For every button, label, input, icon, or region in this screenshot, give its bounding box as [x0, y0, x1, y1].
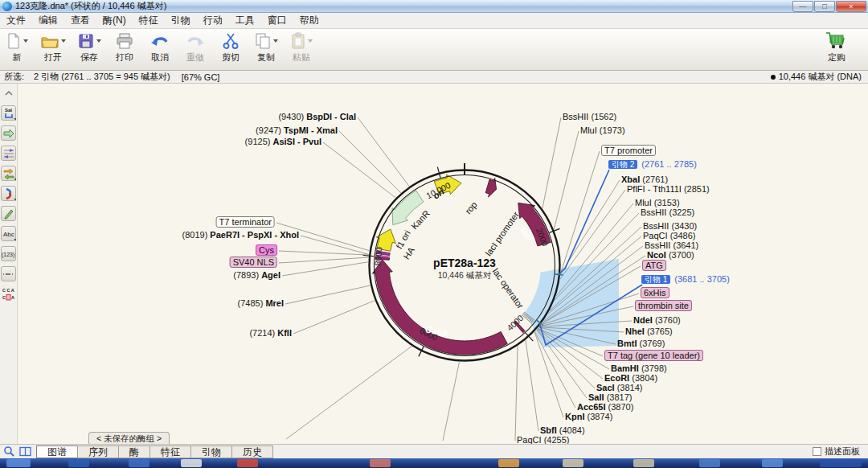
cut-site-BssHII-3641[interactable]: BssHII (3641) [645, 240, 698, 250]
feature-tag-T7-promoter[interactable]: T7 promoter [601, 146, 656, 155]
tool-show-features[interactable] [1, 125, 16, 141]
cut-site-BssHII-3430[interactable]: BssHII (3430) [643, 221, 697, 231]
feature-tag-label[interactable]: SV40 NLS [230, 257, 277, 268]
print-button[interactable]: 打印 [113, 31, 137, 64]
feature-tag-T7-terminator[interactable]: T7 terminator [216, 217, 275, 227]
cut-site-PaqCI-4255[interactable]: PaqCI (4255) [517, 435, 569, 444]
tool-annotate[interactable] [1, 206, 16, 221]
taskbar-app-icon[interactable] [563, 459, 583, 467]
cut-site-TspMIXmaI-9247[interactable]: (9247) TspMI - XmaI [256, 125, 338, 135]
open-button[interactable]: 打开 [40, 31, 66, 64]
cut-site-KpnI-3874[interactable]: KpnI (3874) [565, 412, 612, 421]
tab-features[interactable]: 特征 [149, 445, 191, 458]
cut-site-BssHII-3225[interactable]: BssHII (3225) [641, 207, 694, 217]
tab-history[interactable]: 历史 [231, 445, 273, 458]
cut-site-BamHI-3798[interactable]: BamHI (3798) [611, 363, 667, 373]
order-button[interactable]: 定购 [825, 31, 849, 64]
taskbar-app-icon[interactable] [370, 459, 391, 467]
feature-tag-Cys[interactable]: Cys [256, 245, 277, 255]
cut-site-SacI-3814[interactable]: SacI (3814) [596, 383, 643, 392]
taskbar-app-icon[interactable] [820, 459, 862, 467]
cut-site-EcoRI-3804[interactable]: EcoRI (3804) [604, 373, 657, 383]
taskbar-app-icon[interactable] [68, 459, 89, 467]
primer-badge[interactable]: 引物 1 [641, 275, 670, 284]
cut-site-SbfI-4084[interactable]: SbfI (4084) [540, 425, 585, 435]
feature-tag-6xHis[interactable]: 6xHis [641, 288, 669, 298]
close-button[interactable]: × [836, 1, 866, 12]
menu-tools[interactable]: 工具 [229, 12, 261, 29]
cut-site-NheI-3765[interactable]: NheI (3765) [625, 326, 673, 336]
tab-sequence[interactable]: 序列 [77, 445, 119, 458]
cut-site-PaqCI-3486[interactable]: PaqCI (3486) [643, 231, 695, 240]
copy-button[interactable]: 复制 [254, 31, 278, 64]
tool-alignment[interactable]: C C ACA [1, 286, 16, 302]
save-button[interactable]: 保存 [77, 31, 101, 64]
cut-site-Acc65I-3870[interactable]: Acc65I (3870) [577, 402, 633, 412]
cut-site-XbaI-2761[interactable]: XbaI (2761) [621, 174, 668, 184]
feature-tag-label[interactable]: T7 promoter [601, 145, 656, 156]
feature-tag-label[interactable]: T7 terminator [216, 216, 275, 228]
cut-site-MreI-7485[interactable]: (7485) MreI [238, 298, 284, 308]
feature-tag-ATG[interactable]: ATG [642, 261, 666, 270]
tool-enzyme-sites[interactable]: Sal [1, 105, 16, 121]
tool-show-primers[interactable] [1, 146, 16, 161]
menu-primers[interactable]: 引物 [165, 12, 197, 29]
taskbar-app-icon[interactable] [181, 459, 202, 467]
menu-file[interactable]: 文件 [0, 12, 32, 29]
cut-site-BmtI-3769[interactable]: BmtI (3769) [617, 339, 665, 348]
primer-label-1[interactable]: 引物 2(2761 .. 2785) [608, 159, 697, 170]
taskbar-app-icon[interactable] [129, 459, 149, 467]
taskbar-app-icon[interactable] [237, 459, 258, 467]
menu-window[interactable]: 窗口 [261, 12, 293, 29]
tool-labels-abc[interactable]: Abc [1, 226, 16, 241]
feature-tag-T7-tag-gene-10-leader-[interactable]: T7 tag (gene 10 leader) [604, 351, 703, 360]
taskbar-app-icon[interactable] [6, 459, 31, 467]
feature-tag-thrombin-site[interactable]: thrombin site [635, 301, 692, 310]
enzyme-set-tab[interactable]: < 未保存的酶组 > [88, 432, 170, 444]
taskbar-app-icon[interactable] [699, 459, 720, 467]
feature-tag-label[interactable]: ATG [642, 260, 666, 271]
cut-site-MluI-1973[interactable]: MluI (1973) [580, 125, 625, 135]
tool-translations[interactable] [1, 166, 16, 181]
tab-map[interactable]: 图谱 [36, 445, 78, 458]
windows-taskbar[interactable] [0, 458, 868, 468]
tab-enzymes[interactable]: 酶 [118, 445, 150, 458]
new-button[interactable]: 新 [5, 31, 29, 64]
cut-site-NdeI-3760[interactable]: NdeI (3760) [633, 315, 681, 325]
cut-site-AgeI-7893[interactable]: (7893) AgeI [233, 270, 280, 280]
primer-label-2[interactable]: 引物 1(3681 .. 3705) [641, 274, 730, 285]
feature-tag-label[interactable]: thrombin site [635, 300, 692, 311]
primer-badge[interactable]: 引物 2 [608, 160, 637, 169]
menu-view[interactable]: 查看 [64, 12, 96, 29]
menu-enzymes[interactable]: 酶(N) [96, 12, 133, 29]
feature-tag-label[interactable]: 6xHis [641, 287, 669, 298]
undo-button[interactable]: 取消 [148, 31, 172, 64]
feature-tag-label[interactable]: Cys [256, 244, 277, 256]
cut-site-MluI-3153[interactable]: MluI (3153) [635, 198, 680, 207]
cut-site-KflI-7214[interactable]: (7214) KflI [249, 328, 292, 338]
cut-site-PflFITth111I-2851[interactable]: PflFI - Tth111I (2851) [627, 184, 710, 194]
cut-site-BspDIClaI-9430[interactable]: (9430) BspDI - ClaI [278, 112, 356, 121]
menu-help[interactable]: 帮助 [293, 12, 326, 29]
taskbar-app-icon[interactable] [762, 459, 783, 467]
feature-tag-SV40-NLS[interactable]: SV40 NLS [230, 257, 277, 267]
plasmid-map-canvas[interactable]: 200040006000800010,000roplacI promoterla… [0, 84, 868, 444]
tool-numbering[interactable]: (123) [1, 246, 16, 261]
menu-features[interactable]: 特征 [133, 12, 165, 29]
tab-primers[interactable]: 引物 [190, 445, 232, 458]
cut-site-PaeR7IPspXIXhoI-8019[interactable]: (8019) PaeR7I - PspXI - XhoI [182, 230, 300, 240]
menu-edit[interactable]: 编辑 [32, 12, 64, 29]
description-panel-checkbox[interactable] [813, 447, 821, 456]
maximize-button[interactable]: □ [814, 1, 835, 12]
taskbar-app-icon[interactable] [498, 459, 519, 467]
cut-site-BssHII-1562[interactable]: BssHII (1562) [563, 112, 616, 121]
tool-collapse[interactable] [1, 85, 16, 101]
cut-site-SalI-3817[interactable]: SalI (3817) [588, 392, 632, 402]
tool-orf-display[interactable] [1, 186, 16, 201]
cut-site-AsiSIPvuI-9125[interactable]: (9125) AsiSI - PvuI [245, 137, 321, 146]
taskbar-app-icon[interactable] [633, 459, 654, 467]
tool-dashes[interactable] [1, 266, 16, 281]
menu-actions[interactable]: 行动 [197, 12, 229, 29]
description-panel-toggle[interactable]: 描述面板 [813, 445, 860, 458]
feature-tag-label[interactable]: T7 tag (gene 10 leader) [604, 350, 703, 361]
